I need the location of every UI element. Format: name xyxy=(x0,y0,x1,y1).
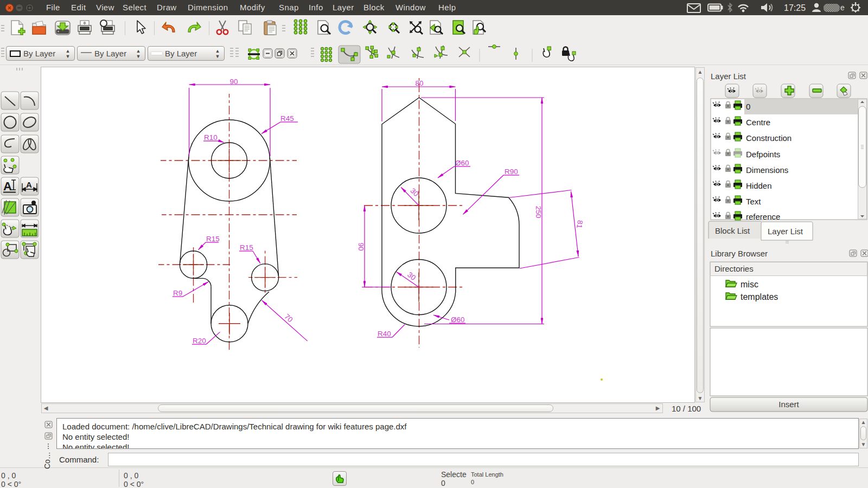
svg-text:R9: R9 xyxy=(173,289,182,297)
svg-text:e: e xyxy=(840,3,845,12)
svg-text:Directories: Directories xyxy=(714,264,754,273)
svg-text:templates: templates xyxy=(741,292,778,301)
svg-text:30: 30 xyxy=(406,271,417,282)
svg-text:Block List: Block List xyxy=(715,226,750,235)
svg-text:0: 0 xyxy=(746,102,750,111)
svg-text:70: 70 xyxy=(283,312,294,324)
svg-text:Layer List: Layer List xyxy=(711,72,746,81)
svg-text:Ø60: Ø60 xyxy=(455,159,469,167)
svg-text:Layer List: Layer List xyxy=(768,227,803,236)
svg-text:Construction: Construction xyxy=(746,133,792,143)
svg-text:250: 250 xyxy=(534,206,542,219)
svg-text:R90: R90 xyxy=(505,168,518,176)
svg-text:Centre: Centre xyxy=(746,118,770,127)
svg-text:Defpoints: Defpoints xyxy=(746,150,780,159)
svg-text:R20: R20 xyxy=(193,337,206,345)
svg-text:Hidden: Hidden xyxy=(746,181,772,190)
svg-text:R15: R15 xyxy=(240,243,253,252)
svg-text:reference: reference xyxy=(746,212,780,221)
svg-text:Library Browser: Library Browser xyxy=(711,249,768,258)
svg-text:R15: R15 xyxy=(206,235,220,243)
svg-text:17:25: 17:25 xyxy=(784,3,806,12)
svg-text:misc: misc xyxy=(741,280,758,289)
svg-text:Dimensions: Dimensions xyxy=(746,165,788,175)
svg-text:R10: R10 xyxy=(204,133,218,142)
svg-text:R45: R45 xyxy=(280,114,294,123)
svg-text:R40: R40 xyxy=(378,330,391,338)
svg-text:Insert: Insert xyxy=(778,400,799,409)
svg-text:A: A xyxy=(26,180,32,189)
svg-text:Co…: Co… xyxy=(43,452,52,469)
svg-text:90: 90 xyxy=(229,78,238,86)
svg-text:A: A xyxy=(3,179,12,193)
svg-text:81: 81 xyxy=(575,220,584,229)
svg-text:90: 90 xyxy=(357,242,365,251)
svg-text:Text: Text xyxy=(746,197,761,206)
svg-text:Ø60: Ø60 xyxy=(451,316,465,324)
svg-text:80: 80 xyxy=(415,79,423,87)
